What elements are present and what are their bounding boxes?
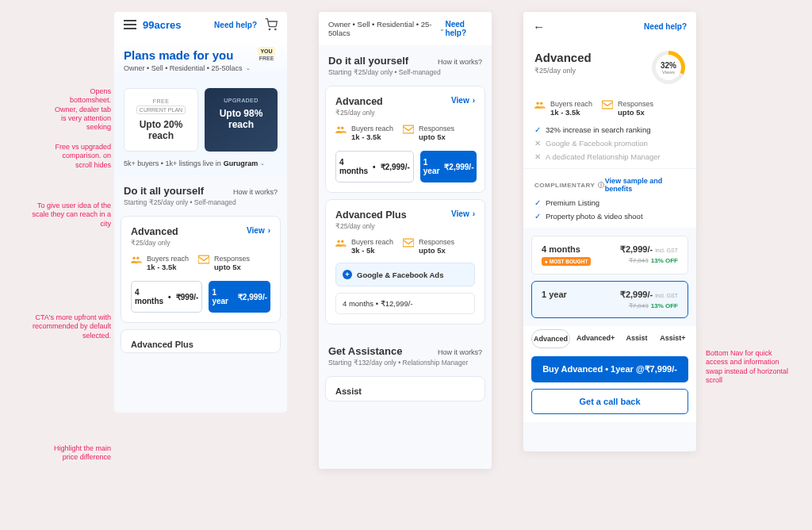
price-option-1year[interactable]: 1 year₹2,999/- bbox=[420, 151, 477, 182]
plan-rate: ₹25/day only bbox=[131, 239, 178, 247]
plan-rate: ₹25/day only bbox=[335, 109, 383, 117]
svg-point-2 bbox=[132, 257, 136, 260]
diy-section: Do it all yourself How it works? Startin… bbox=[319, 45, 492, 79]
plan-name: Advanced Plus bbox=[131, 340, 270, 349]
view-link[interactable]: View› bbox=[247, 226, 270, 235]
views-donut: 32%Views bbox=[652, 51, 685, 84]
cart-icon[interactable] bbox=[265, 18, 278, 31]
need-help-link[interactable]: Need help? bbox=[214, 21, 257, 29]
annotation: To give user idea of the scale they can … bbox=[32, 202, 111, 229]
tab-assist[interactable]: Assist bbox=[621, 329, 652, 348]
tab-assist-plus[interactable]: Assist+ bbox=[657, 329, 688, 348]
view-link[interactable]: View› bbox=[451, 96, 475, 105]
need-help-link[interactable]: Need help? bbox=[445, 20, 482, 37]
responses-icon bbox=[403, 238, 414, 248]
ga-title: Get Assistance bbox=[328, 345, 402, 357]
buyers-icon bbox=[335, 125, 347, 134]
price-line[interactable]: 4 months • ₹12,999/- bbox=[335, 293, 475, 314]
most-bought-badge: ● MOST BOUGHT bbox=[542, 257, 591, 266]
cross-icon: ✕ bbox=[534, 152, 541, 161]
duration-option-4months[interactable]: 4 months ● MOST BOUGHT ₹2,999/- incl. GS… bbox=[531, 236, 688, 275]
plus-icon: + bbox=[343, 270, 352, 279]
plan-card-advanced: Advanced₹25/day only View› Buyers reach1… bbox=[325, 86, 485, 193]
svg-point-12 bbox=[540, 102, 543, 106]
price-option-1year[interactable]: 1 year₹2,999/- bbox=[209, 281, 270, 313]
diy-section: Do it all yourself How it works? Startin… bbox=[114, 175, 287, 209]
svg-rect-7 bbox=[403, 125, 414, 133]
svg-point-1 bbox=[275, 29, 276, 29]
need-help-link[interactable]: Need help? bbox=[644, 22, 687, 31]
plan-name: Advanced Plus bbox=[335, 209, 407, 221]
brand-logo[interactable]: 99acres bbox=[143, 19, 181, 31]
how-it-works-link[interactable]: How it works? bbox=[438, 348, 482, 356]
svg-point-6 bbox=[341, 127, 344, 130]
menu-icon[interactable] bbox=[124, 20, 136, 29]
svg-point-5 bbox=[337, 127, 340, 130]
buyers-icon bbox=[534, 100, 546, 109]
annotation: Bottom Nav for quick access and informat… bbox=[706, 349, 793, 385]
diy-subtitle: Starting ₹25/day only • Self-managed bbox=[124, 198, 278, 206]
svg-point-3 bbox=[136, 257, 140, 260]
responses-icon bbox=[602, 100, 613, 109]
check-icon: ✓ bbox=[534, 212, 541, 221]
google-facebook-ads: + Google & Facebook Ads bbox=[335, 263, 475, 286]
view-benefits-link[interactable]: View sample and benefits bbox=[605, 177, 685, 193]
price-option-4months[interactable]: 4 months • ₹999/- bbox=[131, 281, 202, 313]
plan-name: Advanced bbox=[335, 96, 383, 107]
how-it-works-link[interactable]: How it works? bbox=[438, 58, 482, 66]
get-assistance-section: Get Assistance How it works? Starting ₹1… bbox=[319, 336, 492, 370]
plan-title: Advanced bbox=[534, 51, 592, 64]
compare-upgraded-card[interactable]: UPGRADED Upto 98% reach bbox=[205, 88, 278, 152]
check-icon: ✓ bbox=[534, 198, 541, 207]
duration-selector: 4 months ● MOST BOUGHT ₹2,999/- incl. GS… bbox=[531, 236, 688, 318]
svg-rect-4 bbox=[198, 255, 209, 263]
responses-icon bbox=[403, 125, 414, 134]
bottom-tabs: Advanced Advanced+ Assist Assist+ bbox=[523, 326, 696, 348]
tab-advanced-plus[interactable]: Advanced+ bbox=[575, 329, 616, 348]
duration-option-1year[interactable]: 1 year ₹2,999/- incl. GST ₹7,843 13% OFF bbox=[531, 281, 688, 318]
chevron-down-icon: ⌄ bbox=[439, 25, 445, 33]
plan-rate: ₹25/day only bbox=[534, 67, 592, 75]
diy-subtitle: Starting ₹25/day only • Self-managed bbox=[328, 68, 482, 76]
view-link[interactable]: View› bbox=[451, 209, 475, 218]
you-free-badge: YOU FREE bbox=[255, 45, 278, 61]
info-icon[interactable]: ⓘ bbox=[598, 181, 605, 190]
titlebar: 99acres Need help? bbox=[114, 12, 287, 37]
breadcrumb-bar[interactable]: Owner • Sell • Residential • 25-50lacs⌄ … bbox=[319, 12, 492, 45]
svg-rect-13 bbox=[602, 101, 613, 109]
svg-point-0 bbox=[269, 29, 270, 29]
buyers-icon bbox=[131, 255, 142, 264]
get-callback-button[interactable]: Get a call back bbox=[531, 389, 688, 414]
chevron-down-icon: ⌄ bbox=[246, 65, 251, 71]
plan-card-advanced-plus: Advanced Plus₹25/day only View› Buyers r… bbox=[325, 199, 485, 325]
svg-point-9 bbox=[341, 240, 344, 244]
back-icon[interactable]: ← bbox=[533, 20, 545, 33]
plan-name: Assist bbox=[335, 386, 475, 396]
annotation: Opens bottomsheet. Owner, dealer tab is … bbox=[48, 87, 111, 132]
feature-list: ✓32% increase in search ranking ✕Google … bbox=[523, 121, 696, 168]
how-it-works-link[interactable]: How it works? bbox=[233, 188, 278, 196]
svg-point-11 bbox=[536, 102, 539, 106]
plan-name: Advanced bbox=[131, 226, 178, 237]
compare-free-card[interactable]: FREE CURRENT PLAN Upto 20% reach bbox=[124, 88, 198, 152]
tab-advanced[interactable]: Advanced bbox=[531, 329, 570, 348]
plan-card-advanced-plus-peek: Advanced Plus bbox=[121, 329, 281, 353]
chevron-right-icon: › bbox=[473, 209, 475, 218]
annotation: Free vs upgraded comparison. on scroll h… bbox=[48, 143, 111, 170]
chevron-right-icon: › bbox=[268, 226, 270, 235]
plan-rate: ₹25/day only bbox=[335, 222, 407, 230]
hero: Plans made for you Owner • Sell • Reside… bbox=[114, 37, 287, 80]
complimentary-block: COMPLIMENTARY ⓘ View sample and benefits… bbox=[523, 168, 696, 228]
screen-plan-detail: ← Need help? Advanced ₹25/day only 32%Vi… bbox=[523, 12, 696, 451]
ga-subtitle: Starting ₹132/day only • Relationship Ma… bbox=[328, 359, 482, 367]
plan-card-advanced: Advanced ₹25/day only View› Buyers reach… bbox=[121, 216, 281, 323]
svg-rect-10 bbox=[403, 239, 414, 247]
price-option-4months[interactable]: 4 months • ₹2,999/- bbox=[335, 151, 414, 182]
hero-title: Plans made for you bbox=[124, 48, 278, 62]
hero-filter[interactable]: Owner • Sell • Residential • 25-50lacs⌄ bbox=[124, 64, 278, 72]
diy-title: Do it all yourself bbox=[124, 185, 204, 197]
screen-plan-list: Owner • Sell • Residential • 25-50lacs⌄ … bbox=[319, 12, 492, 469]
compare-block: FREE CURRENT PLAN Upto 20% reach UPGRADE… bbox=[114, 80, 287, 152]
scale-info[interactable]: 5k+ buyers • 1k+ listings live in Gurugr… bbox=[114, 152, 287, 175]
buy-button[interactable]: Buy Advanced • 1year @₹7,999/- bbox=[531, 356, 688, 382]
